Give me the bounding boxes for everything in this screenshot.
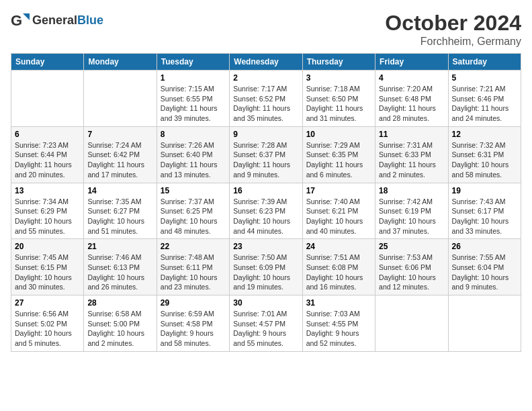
day-number: 13 — [15, 186, 80, 195]
calendar-table: SundayMondayTuesdayWednesdayThursdayFrid… — [11, 53, 521, 352]
calendar-cell: 26Sunrise: 7:55 AM Sunset: 6:04 PM Dayli… — [448, 239, 521, 295]
day-info: Sunrise: 7:51 AM Sunset: 6:08 PM Dayligh… — [306, 253, 371, 292]
day-number: 28 — [87, 298, 152, 308]
calendar-header-monday: Monday — [84, 54, 157, 71]
day-number: 18 — [379, 186, 444, 195]
calendar-week-row: 27Sunrise: 6:56 AM Sunset: 5:02 PM Dayli… — [11, 295, 521, 352]
calendar-cell: 28Sunrise: 6:58 AM Sunset: 5:00 PM Dayli… — [84, 295, 157, 352]
day-number: 15 — [161, 186, 226, 195]
calendar-cell: 31Sunrise: 7:03 AM Sunset: 4:55 PM Dayli… — [302, 295, 375, 352]
svg-marker-1 — [23, 13, 30, 20]
calendar-cell — [11, 71, 84, 127]
day-info: Sunrise: 7:01 AM Sunset: 4:57 PM Dayligh… — [233, 309, 298, 349]
calendar-cell: 16Sunrise: 7:39 AM Sunset: 6:23 PM Dayli… — [230, 183, 302, 239]
calendar-header-friday: Friday — [375, 54, 448, 71]
calendar-cell — [448, 295, 521, 352]
day-info: Sunrise: 7:48 AM Sunset: 6:11 PM Dayligh… — [161, 253, 226, 292]
logo-icon: G — [11, 11, 30, 30]
calendar-cell: 2Sunrise: 7:17 AM Sunset: 6:52 PM Daylig… — [230, 71, 302, 127]
day-info: Sunrise: 7:23 AM Sunset: 6:44 PM Dayligh… — [15, 140, 80, 180]
logo: G GeneralBlue — [11, 11, 103, 30]
day-info: Sunrise: 7:40 AM Sunset: 6:21 PM Dayligh… — [306, 197, 371, 236]
day-number: 6 — [15, 130, 80, 139]
page-header: G GeneralBlue October 2024 Forchheim, Ge… — [11, 11, 521, 48]
day-number: 9 — [233, 130, 298, 139]
day-info: Sunrise: 7:32 AM Sunset: 6:31 PM Dayligh… — [452, 140, 517, 180]
day-info: Sunrise: 7:18 AM Sunset: 6:50 PM Dayligh… — [306, 84, 371, 124]
day-number: 24 — [306, 242, 371, 251]
calendar-cell: 4Sunrise: 7:20 AM Sunset: 6:48 PM Daylig… — [375, 71, 448, 127]
calendar-week-row: 1Sunrise: 7:15 AM Sunset: 6:55 PM Daylig… — [11, 71, 521, 127]
calendar-cell — [375, 295, 448, 352]
day-number: 22 — [161, 242, 226, 251]
day-number: 20 — [15, 242, 80, 251]
day-info: Sunrise: 7:29 AM Sunset: 6:35 PM Dayligh… — [306, 140, 371, 180]
calendar-cell: 6Sunrise: 7:23 AM Sunset: 6:44 PM Daylig… — [11, 126, 84, 183]
day-number: 21 — [87, 242, 152, 251]
day-number: 25 — [379, 242, 444, 251]
day-info: Sunrise: 7:46 AM Sunset: 6:13 PM Dayligh… — [87, 253, 152, 292]
day-number: 26 — [452, 242, 517, 251]
day-info: Sunrise: 7:35 AM Sunset: 6:27 PM Dayligh… — [87, 197, 152, 236]
calendar-cell: 23Sunrise: 7:50 AM Sunset: 6:09 PM Dayli… — [230, 239, 302, 295]
day-info: Sunrise: 7:03 AM Sunset: 4:55 PM Dayligh… — [306, 309, 371, 349]
calendar-week-row: 6Sunrise: 7:23 AM Sunset: 6:44 PM Daylig… — [11, 126, 521, 183]
calendar-cell: 25Sunrise: 7:53 AM Sunset: 6:06 PM Dayli… — [375, 239, 448, 295]
day-number: 2 — [233, 73, 298, 83]
month-title: October 2024 — [385, 11, 521, 36]
calendar-cell: 19Sunrise: 7:43 AM Sunset: 6:17 PM Dayli… — [448, 183, 521, 239]
day-info: Sunrise: 7:20 AM Sunset: 6:48 PM Dayligh… — [379, 84, 444, 124]
day-number: 4 — [379, 73, 444, 83]
day-info: Sunrise: 7:21 AM Sunset: 6:46 PM Dayligh… — [452, 84, 517, 124]
calendar-cell: 9Sunrise: 7:28 AM Sunset: 6:37 PM Daylig… — [230, 126, 302, 183]
day-number: 12 — [452, 130, 517, 139]
day-number: 31 — [306, 298, 371, 308]
day-info: Sunrise: 7:17 AM Sunset: 6:52 PM Dayligh… — [233, 84, 298, 124]
svg-text:G: G — [11, 12, 22, 29]
day-info: Sunrise: 7:28 AM Sunset: 6:37 PM Dayligh… — [233, 140, 298, 180]
title-block: October 2024 Forchheim, Germany — [385, 11, 521, 48]
calendar-cell: 24Sunrise: 7:51 AM Sunset: 6:08 PM Dayli… — [302, 239, 375, 295]
calendar-header-tuesday: Tuesday — [157, 54, 229, 71]
calendar-cell: 20Sunrise: 7:45 AM Sunset: 6:15 PM Dayli… — [11, 239, 84, 295]
calendar-cell: 27Sunrise: 6:56 AM Sunset: 5:02 PM Dayli… — [11, 295, 84, 352]
day-info: Sunrise: 6:56 AM Sunset: 5:02 PM Dayligh… — [15, 309, 80, 349]
calendar-cell: 17Sunrise: 7:40 AM Sunset: 6:21 PM Dayli… — [302, 183, 375, 239]
calendar-cell: 21Sunrise: 7:46 AM Sunset: 6:13 PM Dayli… — [84, 239, 157, 295]
calendar-cell: 12Sunrise: 7:32 AM Sunset: 6:31 PM Dayli… — [448, 126, 521, 183]
day-number: 7 — [87, 130, 152, 139]
day-info: Sunrise: 7:31 AM Sunset: 6:33 PM Dayligh… — [379, 140, 444, 180]
calendar-cell: 7Sunrise: 7:24 AM Sunset: 6:42 PM Daylig… — [84, 126, 157, 183]
day-info: Sunrise: 7:24 AM Sunset: 6:42 PM Dayligh… — [87, 140, 152, 180]
day-number: 5 — [452, 73, 517, 83]
calendar-cell: 18Sunrise: 7:42 AM Sunset: 6:19 PM Dayli… — [375, 183, 448, 239]
calendar-cell: 11Sunrise: 7:31 AM Sunset: 6:33 PM Dayli… — [375, 126, 448, 183]
day-info: Sunrise: 7:34 AM Sunset: 6:29 PM Dayligh… — [15, 197, 80, 236]
calendar-cell: 22Sunrise: 7:48 AM Sunset: 6:11 PM Dayli… — [157, 239, 229, 295]
day-number: 3 — [306, 73, 371, 83]
calendar-cell: 3Sunrise: 7:18 AM Sunset: 6:50 PM Daylig… — [302, 71, 375, 127]
calendar-cell: 10Sunrise: 7:29 AM Sunset: 6:35 PM Dayli… — [302, 126, 375, 183]
calendar-header-sunday: Sunday — [11, 54, 84, 71]
day-info: Sunrise: 7:37 AM Sunset: 6:25 PM Dayligh… — [161, 197, 226, 236]
day-number: 30 — [233, 298, 298, 308]
day-number: 16 — [233, 186, 298, 195]
calendar-header-row: SundayMondayTuesdayWednesdayThursdayFrid… — [11, 54, 521, 71]
day-number: 8 — [161, 130, 226, 139]
calendar-header-wednesday: Wednesday — [230, 54, 302, 71]
calendar-header-thursday: Thursday — [302, 54, 375, 71]
calendar-cell: 30Sunrise: 7:01 AM Sunset: 4:57 PM Dayli… — [230, 295, 302, 352]
calendar-cell: 5Sunrise: 7:21 AM Sunset: 6:46 PM Daylig… — [448, 71, 521, 127]
day-info: Sunrise: 7:53 AM Sunset: 6:06 PM Dayligh… — [379, 253, 444, 292]
day-info: Sunrise: 7:26 AM Sunset: 6:40 PM Dayligh… — [161, 140, 226, 180]
calendar-header-saturday: Saturday — [448, 54, 521, 71]
logo-text-general: General — [32, 13, 77, 27]
day-number: 19 — [452, 186, 517, 195]
day-info: Sunrise: 7:45 AM Sunset: 6:15 PM Dayligh… — [15, 253, 80, 292]
calendar-cell — [84, 71, 157, 127]
calendar-cell: 1Sunrise: 7:15 AM Sunset: 6:55 PM Daylig… — [157, 71, 229, 127]
logo-text-blue: Blue — [77, 13, 103, 27]
calendar-week-row: 13Sunrise: 7:34 AM Sunset: 6:29 PM Dayli… — [11, 183, 521, 239]
location-title: Forchheim, Germany — [385, 36, 521, 48]
day-number: 27 — [15, 298, 80, 308]
